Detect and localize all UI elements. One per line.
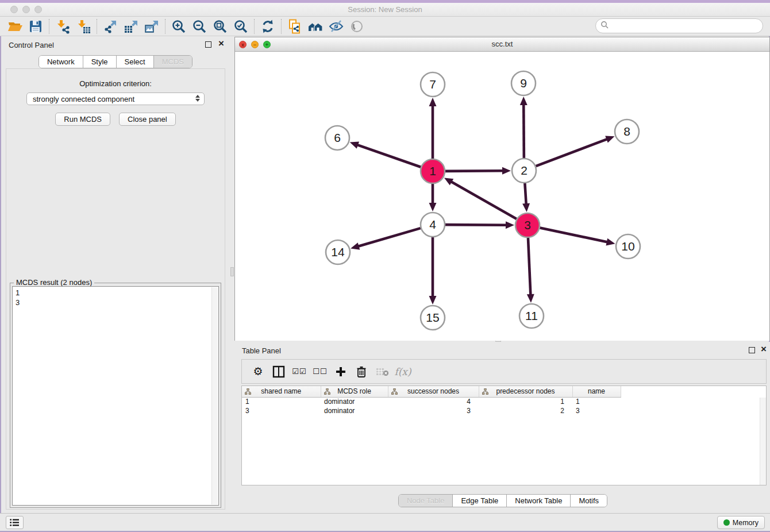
mcds-result-text[interactable]: 1 3: [16, 288, 209, 504]
zoom-selected-icon[interactable]: [230, 18, 251, 35]
apply-layout-icon[interactable]: [257, 18, 278, 35]
memory-status-icon: [723, 519, 730, 526]
graph-node-label: 9: [520, 76, 527, 90]
zoom-in-icon[interactable]: [168, 18, 189, 35]
show-all-icon[interactable]: [346, 18, 367, 35]
graph-edge-arrowhead: [606, 238, 615, 246]
mcds-tab-content: Optimization criterion: strongly connect…: [6, 68, 225, 510]
tab-network-table[interactable]: Network Table: [507, 495, 571, 507]
mcds-result-scrollbar[interactable]: [211, 287, 218, 504]
delete-table-icon[interactable]: [372, 363, 392, 380]
graph-node-label: 8: [623, 125, 630, 138]
graph-edge-1-2[interactable]: [445, 171, 503, 171]
clone-network-icon[interactable]: [284, 18, 305, 35]
graph-edge-arrowhead: [429, 98, 437, 106]
export-image-icon[interactable]: [141, 18, 162, 35]
import-network-icon[interactable]: [52, 18, 73, 35]
close-table-panel-icon[interactable]: ×: [761, 344, 767, 355]
hide-selected-icon[interactable]: [326, 18, 346, 35]
export-network-icon[interactable]: [100, 18, 121, 35]
graph-edge-arrowhead: [520, 97, 528, 105]
column-header[interactable]: predecessor nodes: [479, 386, 572, 397]
table-cell[interactable]: 1: [479, 397, 572, 406]
graph-edge-arrowhead: [522, 203, 530, 212]
node-table: shared nameMCDS rolesuccessor nodesprede…: [241, 385, 767, 485]
close-panel-icon[interactable]: ×: [218, 38, 224, 49]
table-row[interactable]: 1dominator411: [242, 397, 621, 406]
control-panel: Control Panel × Network Style Select MCD…: [1, 36, 230, 514]
graph-node-label: 10: [621, 240, 634, 253]
graph-node-label: 2: [521, 164, 528, 177]
search-input[interactable]: [609, 22, 763, 30]
first-neighbors-icon[interactable]: [305, 18, 326, 35]
table-row[interactable]: 3dominator323: [242, 406, 621, 415]
task-history-button[interactable]: [6, 516, 24, 529]
network-window-titlebar[interactable]: x − + scc.txt: [235, 37, 769, 52]
graph-edge-4-3[interactable]: [445, 225, 507, 225]
tab-node-table[interactable]: Node Table: [399, 495, 453, 507]
graph-edge-3-1[interactable]: [451, 182, 517, 219]
show-columns-icon[interactable]: [268, 363, 289, 380]
import-table-icon[interactable]: [73, 18, 94, 35]
graph-edge-2-3[interactable]: [525, 183, 526, 205]
graph-edge-1-6[interactable]: [357, 145, 421, 167]
tab-network[interactable]: Network: [39, 56, 83, 68]
delete-rows-icon[interactable]: [351, 363, 372, 380]
zoom-fit-icon[interactable]: [210, 18, 230, 35]
graph-edge-3-10[interactable]: [540, 228, 608, 242]
graph-edge-arrowhead: [429, 296, 437, 304]
network-graph[interactable]: 7968124314101511: [235, 52, 769, 341]
table-settings-icon[interactable]: ⚙: [248, 363, 268, 380]
table-cell[interactable]: dominator: [321, 397, 388, 406]
run-mcds-button[interactable]: Run MCDS: [55, 113, 110, 126]
table-body: 1dominator4113dominator323: [242, 397, 621, 415]
column-header[interactable]: name: [572, 386, 621, 397]
tab-style[interactable]: Style: [83, 56, 117, 68]
optimization-criterion-value: strongly connected component: [33, 95, 134, 103]
table-cell[interactable]: 1: [572, 397, 621, 406]
apply-function-icon[interactable]: f(x): [392, 363, 413, 380]
graph-edge-4-14[interactable]: [358, 228, 421, 246]
table-panel: Table Panel × ⚙ ☑☑ ☐☐ f(x) shared na: [234, 342, 770, 513]
table-cell[interactable]: 1: [242, 397, 321, 406]
column-header[interactable]: successor nodes: [388, 386, 479, 397]
column-group-icon: [324, 388, 330, 396]
zoom-out-icon[interactable]: [189, 18, 210, 35]
graph-edge-arrowhead: [350, 141, 359, 148]
tab-mcds[interactable]: MCDS: [154, 56, 192, 68]
dropdown-stepper-icon: [195, 95, 200, 102]
table-cell[interactable]: 3: [242, 406, 321, 415]
table-cell[interactable]: 4: [388, 397, 479, 406]
unselect-all-icon[interactable]: ☐☐: [310, 363, 330, 380]
column-header[interactable]: shared name: [242, 386, 321, 397]
float-panel-icon[interactable]: [205, 41, 211, 48]
table-scrollbar[interactable]: [760, 398, 766, 485]
table-toolbar: ⚙ ☑☑ ☐☐ f(x): [241, 359, 767, 384]
tab-select[interactable]: Select: [117, 56, 154, 68]
float-table-panel-icon[interactable]: [749, 347, 755, 353]
mcds-result-box: MCDS result (2 nodes) 1 3: [10, 283, 221, 508]
graph-edge-2-9[interactable]: [523, 104, 524, 158]
tab-edge-table[interactable]: Edge Table: [453, 495, 507, 507]
memory-button[interactable]: Memory: [717, 516, 765, 529]
network-window-title: scc.txt: [235, 40, 769, 48]
add-row-icon[interactable]: [330, 363, 351, 380]
graph-edge-3-11[interactable]: [528, 238, 530, 295]
table-cell[interactable]: 3: [572, 406, 621, 415]
tab-motifs[interactable]: Motifs: [571, 495, 607, 507]
vertical-splitter[interactable]: [230, 36, 234, 514]
search-icon: [600, 21, 609, 32]
table-cell[interactable]: 3: [388, 406, 479, 415]
optimization-criterion-select[interactable]: strongly connected component: [26, 92, 205, 105]
open-file-icon[interactable]: [5, 18, 25, 35]
save-session-icon[interactable]: [25, 18, 46, 35]
export-table-icon[interactable]: [121, 18, 141, 35]
table-cell[interactable]: dominator: [321, 406, 388, 415]
close-panel-button[interactable]: Close panel: [119, 113, 176, 126]
select-all-icon[interactable]: ☑☑: [289, 363, 310, 380]
table-cell[interactable]: 2: [479, 406, 572, 415]
graph-node-label: 7: [429, 78, 436, 91]
main-toolbar: [0, 17, 770, 36]
graph-edge-2-8[interactable]: [536, 139, 608, 166]
column-header[interactable]: MCDS role: [321, 386, 388, 397]
